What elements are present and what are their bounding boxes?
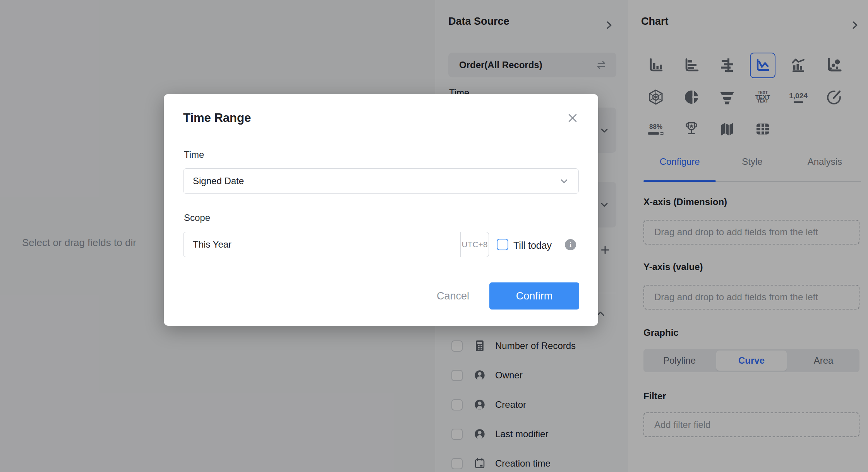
info-icon[interactable]: i: [565, 239, 576, 250]
till-today-checkbox[interactable]: [497, 239, 508, 250]
time-field-value: Signed Date: [193, 176, 559, 186]
dialog-title: Time Range: [183, 111, 251, 125]
scope-value: This Year: [184, 232, 460, 257]
scope-select[interactable]: This Year UTC+8: [183, 232, 489, 257]
time-field-label: Time: [184, 149, 204, 160]
time-field-select[interactable]: Signed Date: [183, 168, 579, 194]
chevron-down-icon: [559, 176, 569, 186]
scope-field-label: Scope: [184, 212, 210, 223]
timezone-badge: UTC+8: [460, 232, 489, 257]
time-range-dialog: Time Range Time Signed Date Scope This Y…: [164, 94, 598, 326]
till-today-label: Till today: [513, 240, 552, 251]
confirm-button[interactable]: Confirm: [489, 282, 579, 310]
close-icon[interactable]: [566, 112, 579, 124]
cancel-button[interactable]: Cancel: [430, 285, 476, 307]
